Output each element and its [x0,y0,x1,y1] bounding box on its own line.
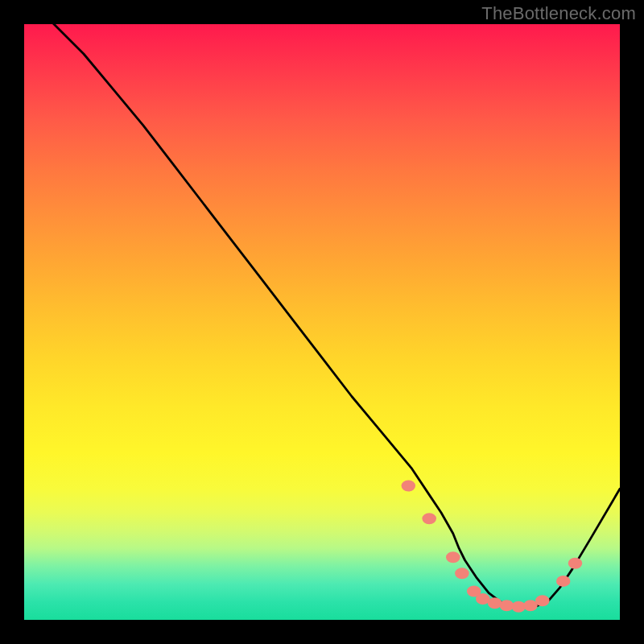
data-marker [422,513,436,524]
curve-layer [24,24,620,607]
data-marker [455,568,469,579]
data-marker [556,576,571,587]
data-marker [402,481,416,492]
data-marker [446,551,460,563]
plot-area [24,24,620,620]
data-marker [523,600,538,611]
data-marker [568,558,583,569]
data-marker [488,597,502,609]
data-marker [535,595,550,606]
watermark-text: TheBottleneck.com [481,3,636,24]
plot-svg [24,24,620,620]
data-marker [500,600,514,611]
curve-path [24,24,620,607]
data-marker [511,601,526,613]
chart-frame: TheBottleneck.com [0,0,644,644]
